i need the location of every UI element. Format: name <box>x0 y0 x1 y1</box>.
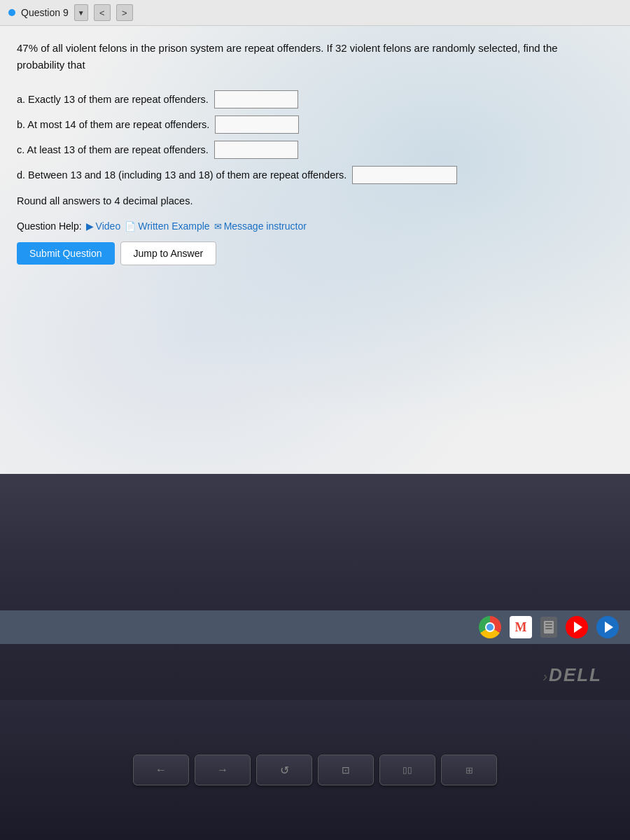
chrome-icon[interactable] <box>479 616 501 638</box>
part-a-input[interactable] <box>214 90 298 108</box>
laptop-bottom: M ›DELL ← → <box>0 474 630 840</box>
keyboard-area: ← → ↺ ⊡ ▯▯ ⊞ <box>0 700 630 840</box>
content-area: 47% of all violent felons in the prison … <box>0 26 630 474</box>
files-icon[interactable] <box>540 617 557 638</box>
help-row: Question Help: ▶ Video 📄 Written Example… <box>17 220 613 232</box>
nav-next-button[interactable]: > <box>116 4 133 21</box>
part-b-row: b. At most 14 of them are repeat offende… <box>17 115 613 134</box>
action-buttons: Submit Question Jump to Answer <box>17 241 613 265</box>
windows-key[interactable]: ⊞ <box>441 755 497 785</box>
video-play-icon: ▶ <box>86 220 94 232</box>
part-d-input[interactable] <box>352 166 457 184</box>
dell-logo: ›DELL <box>542 664 602 686</box>
part-b-label: b. At most 14 of them are repeat offende… <box>17 119 209 130</box>
message-instructor-link[interactable]: ✉ Message instructor <box>214 220 307 232</box>
written-example-text: Written Example <box>138 220 209 232</box>
envelope-icon: ✉ <box>214 221 222 232</box>
dell-logo-area: ›DELL <box>542 664 602 686</box>
screenshot-key[interactable]: ⊡ <box>318 755 374 785</box>
forward-key[interactable]: → <box>195 755 251 785</box>
jump-to-answer-button[interactable]: Jump to Answer <box>120 241 217 265</box>
video-link-text: Video <box>96 220 121 232</box>
taskbar-strip: M <box>0 610 630 644</box>
help-label: Question Help: <box>17 220 82 232</box>
question-text: 47% of all violent felons in the prison … <box>17 40 591 74</box>
play-button-icon[interactable] <box>596 616 619 638</box>
part-d-label: d. Between 13 and 18 (including 13 and 1… <box>17 169 346 181</box>
part-c-row: c. At least 13 of them are repeat offend… <box>17 141 613 159</box>
gmail-icon[interactable]: M <box>510 616 532 638</box>
taskview-key[interactable]: ▯▯ <box>379 755 435 785</box>
round-note: Round all answers to 4 decimal places. <box>17 195 613 206</box>
nav-prev-button[interactable]: < <box>94 4 111 21</box>
part-c-input[interactable] <box>214 141 298 159</box>
part-b-input[interactable] <box>215 115 299 134</box>
refresh-key[interactable]: ↺ <box>256 755 312 785</box>
question-bullet <box>8 9 15 16</box>
part-d-row: d. Between 13 and 18 (including 13 and 1… <box>17 166 613 184</box>
written-example-link[interactable]: 📄 Written Example <box>125 220 209 232</box>
part-a-row: a. Exactly 13 of them are repeat offende… <box>17 90 613 108</box>
top-bar: Question 9 ▼ < > <box>0 0 630 26</box>
part-c-label: c. At least 13 of them are repeat offend… <box>17 144 209 155</box>
question-label: Question 9 <box>21 7 69 18</box>
part-a-label: a. Exactly 13 of them are repeat offende… <box>17 94 209 105</box>
video-link[interactable]: ▶ Video <box>86 220 121 232</box>
submit-question-button[interactable]: Submit Question <box>17 242 115 265</box>
question-dropdown[interactable]: ▼ <box>74 4 88 21</box>
message-instructor-text: Message instructor <box>224 220 307 232</box>
document-icon: 📄 <box>125 221 136 232</box>
question-parts: a. Exactly 13 of them are repeat offende… <box>17 90 613 184</box>
youtube-icon[interactable] <box>566 616 588 638</box>
back-key[interactable]: ← <box>133 755 189 785</box>
